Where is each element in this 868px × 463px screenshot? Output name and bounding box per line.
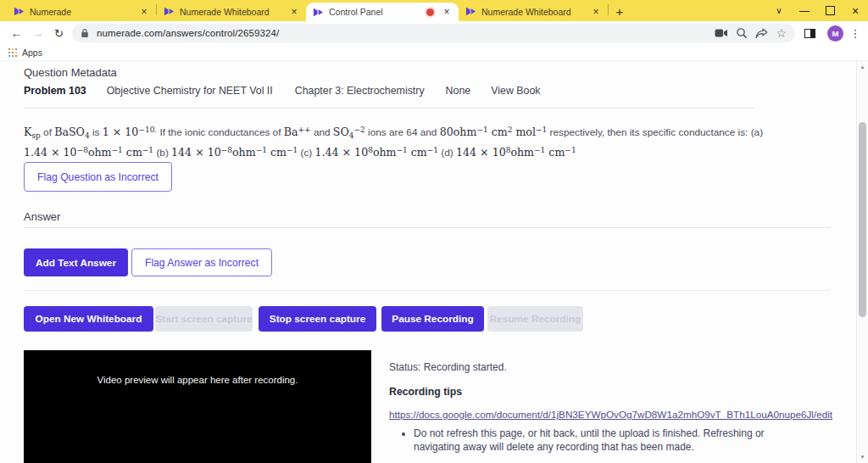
reload-button[interactable]: ↻ [48,27,70,40]
tips-list-item: Do not refresh this page, or hit back, u… [414,427,780,454]
apps-grid-icon[interactable] [8,48,17,57]
window-controls: ∨ — × [766,0,868,21]
close-icon[interactable]: × [138,6,150,18]
start-screen-capture-button: Start screen capture [155,306,253,332]
bookmark-star-icon[interactable]: ☆ [776,27,787,39]
question-metadata-heading: Question Metadata [24,66,117,79]
tab-control-panel-active[interactable]: Control Panel × [306,3,459,21]
chapter-title: Chapter 3: Electrochemistry [295,85,425,97]
question-line-2: 1.44 × 10−8ohm−1 cm−1 (b) 144 × 10−8ohm−… [24,143,763,160]
address-bar[interactable]: numerade.com/answers/control/2659324/ ☆ [72,24,795,42]
recording-tips-link[interactable]: https://docs.google.com/document/d/1jBN3… [389,409,832,420]
browser-menu-icon[interactable]: ⋮ [849,27,862,40]
tab-strip: Numerade × Numerade Whiteboard × Control… [0,0,868,21]
open-new-whiteboard-button[interactable]: Open New Whiteboard [24,306,153,332]
profile-avatar[interactable]: M [827,25,843,42]
divider [24,108,754,109]
tab-title: Control Panel [329,7,421,17]
scrollbar-thumb[interactable] [859,122,866,317]
zoom-icon[interactable] [736,27,748,39]
divider [24,227,831,228]
page-content: Question Metadata Problem 103 Objective … [0,61,868,463]
close-icon[interactable]: × [590,6,602,18]
metadata-row: Problem 103 Objective Chemistry for NEET… [24,85,541,97]
scroll-down-icon[interactable]: ▼ [857,455,868,460]
tab-numerade[interactable]: Numerade × [7,2,156,21]
divider [24,290,831,291]
recording-tips-list: Do not refresh this page, or hit back, u… [392,427,780,454]
metadata-none: None [446,85,471,97]
numerade-favicon-icon [163,6,175,18]
close-window-button[interactable]: × [843,0,868,21]
new-tab-button[interactable]: + [609,2,631,21]
share-icon[interactable] [755,28,768,39]
maximize-icon [826,6,835,15]
numerade-favicon-icon [465,6,476,18]
back-button[interactable]: ← [6,26,27,40]
tab-title: Numerade [30,7,133,17]
answer-heading: Answer [24,210,60,223]
maximize-button[interactable] [817,0,843,21]
tab-capture-camera-icon[interactable] [715,28,728,38]
tab-title: Numerade Whiteboard [481,7,585,17]
add-text-answer-button[interactable]: Add Text Answer [24,248,128,276]
bookmarks-bar: Apps [0,45,868,61]
view-book-link[interactable]: View Book [491,85,540,97]
forward-button[interactable]: → [27,26,48,40]
video-preview: Video preview will appear here after rec… [24,350,371,463]
minimize-button[interactable]: — [792,0,817,21]
side-panel-icon[interactable] [804,29,815,38]
resume-recording-button: Resume Recording [487,306,583,332]
tab-title: Numerade Whiteboard [180,7,283,17]
close-icon[interactable]: × [288,6,300,18]
flag-answer-button[interactable]: Flag Answer as Incorrect [131,248,272,276]
flag-question-button[interactable]: Flag Question as Incorrect [24,162,172,192]
scroll-up-icon[interactable]: ▲ [857,64,868,70]
problem-number: Problem 103 [24,85,86,97]
stop-screen-capture-button[interactable]: Stop screen capture [259,306,376,332]
question-text: Ksp of BaSO4 is 1 × 10−10. If the ionic … [24,123,763,160]
url-text: numerade.com/answers/control/2659324/ [97,28,707,38]
pause-recording-button[interactable]: Pause Recording [381,306,484,332]
page-scrollbar[interactable]: ▲ ▼ [856,61,868,463]
tab-search-button[interactable]: ∨ [766,0,792,21]
question-line-1: Ksp of BaSO4 is 1 × 10−10. If the ionic … [24,123,763,143]
browser-toolbar: ← → ↻ numerade.com/answers/control/26593… [0,21,868,45]
apps-bookmark[interactable]: Apps [22,47,42,58]
recording-tips-heading: Recording tips [389,386,462,398]
recording-status: Status: Recording started. [389,361,507,373]
tab-numerade-whiteboard-2[interactable]: Numerade Whiteboard × [459,2,608,21]
tab-recording-indicator-icon [426,8,434,16]
numerade-favicon-icon [312,6,324,18]
video-placeholder-text: Video preview will appear here after rec… [97,375,298,385]
book-title: Objective Chemistry for NEET Vol II [107,85,273,97]
close-icon[interactable]: × [441,6,453,18]
lock-icon [81,28,89,38]
tab-numerade-whiteboard-1[interactable]: Numerade Whiteboard × [157,2,306,21]
numerade-favicon-icon [13,6,25,18]
